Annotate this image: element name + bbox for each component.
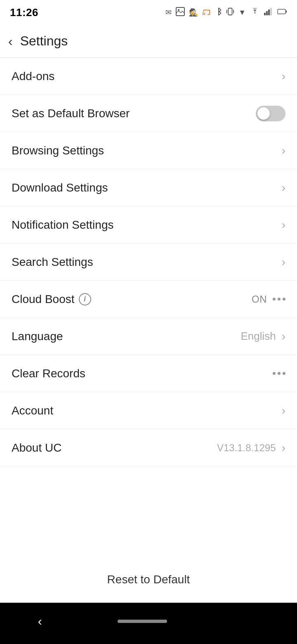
settings-item-account[interactable]: Account ›: [0, 392, 297, 429]
svg-rect-6: [266, 11, 268, 15]
chevron-right-icon: ›: [282, 71, 285, 82]
chevron-right-icon: ›: [282, 145, 285, 156]
cloud-boost-status: ON: [252, 294, 267, 305]
dot: [283, 298, 285, 301]
default-browser-label: Set as Default Browser: [12, 107, 130, 120]
add-ons-label: Add-ons: [12, 70, 54, 83]
wifi-icon: [250, 8, 260, 17]
account-label: Account: [12, 404, 53, 417]
svg-rect-9: [278, 9, 285, 14]
settings-item-clear-records[interactable]: Clear Records: [0, 355, 297, 392]
back-button[interactable]: ‹: [8, 35, 13, 48]
cast-icon: [202, 7, 211, 18]
vibrate-icon: [226, 7, 234, 18]
bluetooth-icon: [215, 7, 222, 18]
notification-settings-label: Notification Settings: [12, 218, 113, 232]
info-icon[interactable]: i: [79, 293, 91, 305]
svg-line-12: [280, 12, 281, 13]
svg-rect-7: [268, 9, 270, 15]
settings-item-add-ons[interactable]: Add-ons ›: [0, 58, 297, 95]
default-browser-toggle[interactable]: [256, 106, 285, 121]
data-arrow-icon: ▼: [238, 8, 246, 17]
status-time: 11:26: [10, 6, 38, 19]
reset-to-default-button[interactable]: Reset to Default: [107, 573, 190, 586]
dot: [273, 298, 276, 301]
settings-item-browsing[interactable]: Browsing Settings ›: [0, 132, 297, 169]
status-bar: 11:26 ✉ 🕵: [0, 0, 297, 25]
battery-icon: [277, 8, 287, 17]
page-title: Settings: [20, 33, 68, 49]
language-label: Language: [12, 330, 63, 343]
language-value: English: [240, 330, 276, 343]
chevron-right-icon: ›: [282, 405, 285, 417]
about-uc-label: About UC: [12, 441, 61, 455]
settings-list: Add-ons › Set as Default Browser Browsin…: [0, 58, 297, 558]
three-dots-menu[interactable]: [273, 372, 285, 375]
chevron-right-icon: ›: [282, 442, 285, 454]
reset-section: Reset to Default: [0, 558, 297, 603]
dot: [278, 298, 280, 301]
chevron-right-icon: ›: [282, 182, 285, 194]
mail-icon: ✉: [165, 8, 172, 17]
navigation-bar: ‹: [0, 603, 297, 644]
chevron-right-icon: ›: [282, 219, 285, 231]
svg-rect-2: [229, 8, 232, 15]
cloud-boost-label: Cloud Boost: [12, 293, 75, 306]
svg-rect-10: [285, 10, 287, 13]
settings-header: ‹ Settings: [0, 25, 297, 58]
svg-line-11: [280, 10, 282, 12]
version-value: V13.1.8.1295: [217, 442, 276, 454]
settings-item-default-browser[interactable]: Set as Default Browser: [0, 95, 297, 132]
three-dots-menu[interactable]: [273, 298, 285, 301]
spy-icon: 🕵: [189, 8, 198, 17]
svg-rect-8: [270, 8, 272, 15]
settings-item-language[interactable]: Language English ›: [0, 318, 297, 355]
settings-item-about-uc[interactable]: About UC V13.1.8.1295 ›: [0, 429, 297, 466]
svg-rect-5: [264, 13, 266, 15]
chevron-right-icon: ›: [282, 256, 285, 268]
search-settings-label: Search Settings: [12, 256, 93, 269]
status-icons: ✉ 🕵: [165, 7, 287, 18]
clear-records-label: Clear Records: [12, 367, 85, 380]
nav-home-pill[interactable]: [118, 620, 167, 623]
signal-icon: [264, 8, 273, 17]
settings-item-notification[interactable]: Notification Settings ›: [0, 206, 297, 244]
settings-item-cloud-boost[interactable]: Cloud Boost i ON: [0, 281, 297, 318]
settings-item-download[interactable]: Download Settings ›: [0, 169, 297, 206]
dot: [273, 372, 276, 375]
nav-back-button[interactable]: ‹: [38, 615, 42, 627]
chevron-right-icon: ›: [282, 331, 285, 342]
image-icon: [176, 7, 185, 18]
browsing-settings-label: Browsing Settings: [12, 144, 104, 157]
settings-item-search[interactable]: Search Settings ›: [0, 244, 297, 281]
toggle-knob: [257, 107, 270, 120]
dot: [283, 372, 285, 375]
dot: [278, 372, 280, 375]
download-settings-label: Download Settings: [12, 181, 108, 194]
